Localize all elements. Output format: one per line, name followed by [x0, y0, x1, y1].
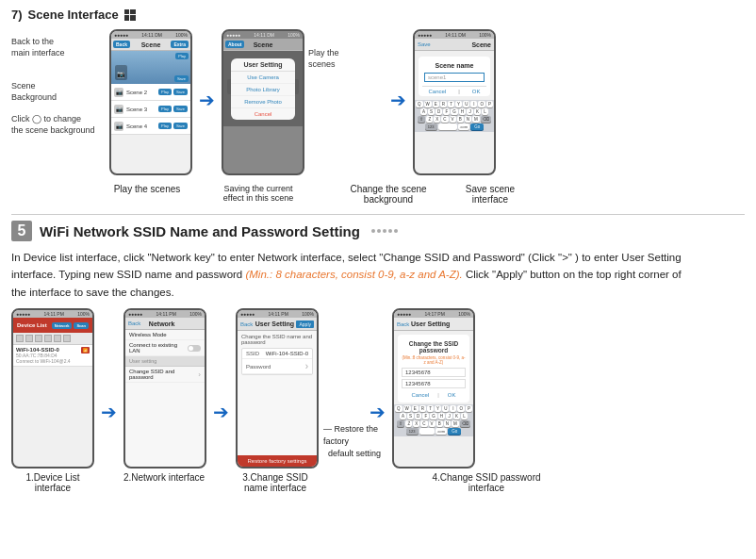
key-Q[interactable]: Q [416, 101, 423, 107]
scene4-save[interactable]: Save [173, 123, 188, 129]
back-net[interactable]: Back [128, 321, 140, 326]
key-G[interactable]: G [451, 108, 458, 115]
k4-B[interactable]: B [436, 420, 443, 427]
scene3-play[interactable]: Play [158, 106, 172, 112]
remove-photo-item[interactable]: Remove Photo [231, 96, 295, 108]
photo-modal-cancel[interactable]: Cancel [231, 108, 295, 120]
k4-C[interactable]: C [420, 420, 427, 427]
key-S[interactable]: S [428, 108, 435, 115]
k4-E[interactable]: E [412, 405, 419, 412]
k4-A[interactable]: A [400, 413, 406, 419]
key-del[interactable]: ⌫ [481, 116, 491, 123]
scene2-save[interactable]: Save [173, 89, 188, 95]
key-H[interactable]: H [459, 108, 466, 115]
key-F[interactable]: F [443, 108, 450, 115]
key-T[interactable]: T [448, 101, 454, 107]
k4-M[interactable]: M [452, 420, 459, 427]
camera-icon-bg[interactable]: 📷 [115, 65, 127, 80]
key-Z[interactable]: Z [426, 116, 433, 123]
k4-X[interactable]: X [413, 420, 419, 427]
photo-library-item[interactable]: Photo Library [231, 84, 295, 96]
k4-R[interactable]: R [419, 405, 426, 412]
k4-T[interactable]: T [427, 405, 434, 412]
k4-Q[interactable]: Q [395, 405, 403, 412]
k4-U[interactable]: U [442, 405, 449, 412]
key-N[interactable]: N [465, 116, 471, 123]
use-camera-item[interactable]: Use Camera [231, 72, 295, 84]
key-P[interactable]: P [486, 101, 493, 107]
k4-H[interactable]: H [438, 413, 445, 419]
k4-D[interactable]: D [415, 413, 421, 419]
password-row[interactable]: Password › [242, 359, 312, 374]
change-ssid-row[interactable]: Change SSID and password › [125, 367, 205, 383]
scene2-play[interactable]: Play [158, 89, 172, 95]
key-123[interactable]: 123 [425, 123, 437, 130]
play-btn-top[interactable]: Play [175, 53, 189, 59]
k4-Z[interactable]: Z [405, 420, 412, 427]
back-btn[interactable]: Back [113, 41, 130, 48]
ok-btn3[interactable]: OK [472, 89, 481, 94]
key-dot-com[interactable]: .com [458, 123, 470, 130]
key-U[interactable]: U [463, 101, 469, 107]
k4-123[interactable]: 123 [406, 428, 419, 435]
scene3-save[interactable]: Save [173, 106, 188, 112]
k4-go[interactable]: Go [448, 428, 461, 435]
k4-shift[interactable]: ⇧ [397, 420, 404, 427]
phone5-2-network: ●●●●●14:11 PM100% Back Network Wireless … [123, 308, 206, 469]
k4-J[interactable]: J [446, 413, 452, 419]
extras-btn[interactable]: Extra [171, 41, 189, 48]
key-X[interactable]: X [434, 116, 440, 123]
key-L[interactable]: L [482, 108, 488, 115]
key-A[interactable]: A [420, 108, 427, 115]
ssid-pw-input2[interactable]: 12345678 [402, 379, 466, 388]
k4-V[interactable]: V [429, 420, 436, 427]
back-us[interactable]: Back [240, 321, 253, 327]
key-shift[interactable]: ⇧ [418, 116, 425, 123]
pw-ok[interactable]: OK [448, 392, 456, 398]
k4-G[interactable]: G [430, 413, 437, 419]
k4-P[interactable]: P [466, 405, 472, 412]
key-I[interactable]: I [470, 101, 477, 107]
k4-del[interactable]: ⌫ [460, 420, 470, 427]
k4-W[interactable]: W [403, 405, 411, 412]
restore-bar[interactable]: Restore factory settings [238, 455, 317, 467]
pw-cancel[interactable]: Cancel [412, 392, 430, 398]
connect-lan-toggle[interactable] [188, 345, 201, 352]
key-K[interactable]: K [474, 108, 481, 115]
scene-name-input[interactable]: scene1 [424, 73, 485, 82]
network-btn[interactable]: Network [52, 322, 73, 329]
key-O[interactable]: O [478, 101, 485, 107]
key-V[interactable]: V [450, 116, 456, 123]
back-btn2[interactable]: About [225, 41, 244, 48]
k4-I[interactable]: I [450, 405, 456, 412]
key-J[interactable]: J [467, 108, 473, 115]
k4-space[interactable] [419, 428, 435, 435]
k4-O[interactable]: O [457, 405, 465, 412]
key-W[interactable]: W [424, 101, 432, 107]
k4-N[interactable]: N [444, 420, 451, 427]
back-pw[interactable]: Back [397, 321, 409, 327]
key-B[interactable]: B [457, 116, 464, 123]
cancel-label3[interactable]: Save [418, 41, 431, 47]
camera-icon-3: 📷 [114, 105, 123, 114]
k4-F[interactable]: F [422, 413, 429, 419]
k4-S[interactable]: S [407, 413, 414, 419]
scan-btn[interactable]: Scan [74, 322, 89, 329]
key-space[interactable] [438, 123, 457, 130]
ssid-pw-input1[interactable]: 12345678 [402, 368, 466, 377]
key-C[interactable]: C [441, 116, 448, 123]
k4-K[interactable]: K [453, 413, 460, 419]
key-R[interactable]: R [440, 101, 447, 107]
apply-btn[interactable]: Apply [296, 321, 314, 328]
k4-Y[interactable]: Y [435, 405, 441, 412]
key-D[interactable]: D [436, 108, 442, 115]
key-M[interactable]: M [472, 116, 480, 123]
save-btn-top[interactable]: Save [174, 75, 189, 82]
key-E[interactable]: E [433, 101, 439, 107]
k4-dotcom[interactable]: .com [436, 428, 448, 435]
scene4-play[interactable]: Play [158, 123, 172, 129]
k4-L[interactable]: L [461, 413, 468, 419]
key-Y[interactable]: Y [455, 101, 462, 107]
key-go[interactable]: Go [470, 123, 484, 130]
cancel-btn3[interactable]: Cancel [429, 89, 447, 94]
